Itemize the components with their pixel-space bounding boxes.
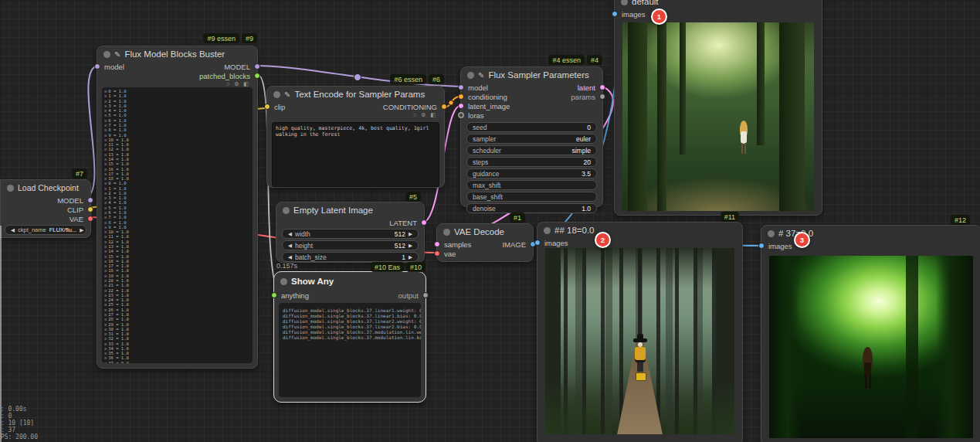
node-preview-default[interactable]: default images (614, 0, 822, 216)
port-clip-in[interactable] (264, 104, 270, 110)
next-arrow-icon[interactable]: ▶ (409, 243, 412, 249)
node-action-icons[interactable]: ○ ⚙ ◧ (267, 111, 444, 119)
show-any-output-text[interactable]: diffusion_model.single_blocks.37.linear1… (279, 303, 421, 397)
widget-field[interactable]: schedulersimple (466, 145, 597, 155)
ferns (545, 384, 613, 434)
pencil-icon: ✎ (478, 71, 484, 80)
badge-pill: #4 (587, 55, 602, 65)
prev-arrow-icon[interactable]: ◀ (11, 227, 15, 233)
port-latent-out[interactable] (421, 219, 427, 226)
port-latent-out[interactable] (599, 84, 605, 90)
prev-arrow-icon[interactable]: ◀ (288, 231, 292, 237)
port-output-out[interactable] (422, 292, 429, 298)
prev-arrow-icon[interactable]: ◀ (288, 243, 292, 249)
drag-handle-icon[interactable]: ≡ (104, 361, 107, 363)
preview-image-1[interactable] (622, 22, 814, 211)
collapse-dot-icon[interactable] (467, 72, 474, 79)
collapse-dot-icon[interactable] (283, 207, 290, 214)
block-row[interactable]: ≡37 = 0.0 (104, 361, 250, 363)
stepper-widget[interactable]: ◀ width 512 ▶ (282, 229, 419, 239)
node-preview-18[interactable]: #11 ## 18=0.0 images (537, 222, 743, 442)
node-empty-latent-image[interactable]: #5 Empty Latent Image LATENT ◀ width 512… (276, 202, 425, 263)
node-title[interactable]: ✎ Flux Model Blocks Buster (97, 46, 257, 62)
collapse-dot-icon[interactable] (103, 51, 110, 58)
ckpt-name-combo[interactable]: ◀ ckpt_name FLUX/flu... ▶ (5, 225, 86, 235)
tree-trunk (936, 256, 973, 438)
tree-trunk (779, 22, 804, 211)
collapse-dot-icon[interactable] (7, 185, 14, 192)
port-samples-in[interactable] (434, 241, 440, 247)
stepper-widget[interactable]: ◀ height 512 ▶ (282, 240, 419, 250)
tree-trunk (757, 22, 765, 145)
preview-image-3[interactable] (769, 256, 973, 438)
node-title[interactable]: ## 18=0.0 (537, 223, 742, 238)
node-id-badge: #6 essen#6 (390, 74, 444, 84)
badge-pill: #6 essen (390, 74, 426, 84)
port-patched-blocks-out[interactable] (254, 73, 260, 79)
node-load-checkpoint[interactable]: #7 Load Checkpoint MODEL CLIP VAE ◀ ckpt… (0, 179, 91, 238)
node-title[interactable]: VAE Decode (437, 224, 533, 240)
badge-pill: #10 (406, 262, 426, 272)
node-title[interactable]: ✎ Text Encode for Sampler Params (267, 87, 444, 102)
port-vae-in[interactable] (434, 250, 440, 257)
port-model-out[interactable] (254, 63, 260, 70)
widget-field[interactable]: samplereuler (466, 134, 597, 144)
tree-trunk (657, 22, 666, 211)
latent-widgets: ◀ width 512 ▶ ◀ height 512 ▶ ◀ batch_siz… (276, 229, 424, 262)
badge-pill: #10 Eas (371, 262, 404, 272)
prompt-textarea[interactable]: high quality, masterpiece, 4k, best qual… (272, 122, 439, 187)
widget-field[interactable]: base_shift (466, 192, 597, 202)
port-params-out[interactable] (599, 94, 605, 100)
collapse-dot-icon[interactable] (621, 0, 628, 5)
yellow-figure (630, 334, 650, 382)
collapse-dot-icon[interactable] (280, 278, 287, 285)
port-loras-in[interactable] (458, 112, 464, 118)
port-images-in[interactable] (758, 243, 765, 249)
node-title[interactable]: ✎ Flux Sampler Parameters (461, 67, 602, 83)
collapse-dot-icon[interactable] (768, 230, 775, 237)
widget-field[interactable]: denoise1.0 (466, 203, 597, 213)
node-title[interactable]: Show Any (274, 272, 426, 291)
stepper-widget[interactable]: ◀ batch_size 1 ▶ (282, 252, 419, 262)
port-latent-image-in[interactable] (458, 103, 464, 109)
prev-arrow-icon[interactable]: ◀ (288, 254, 292, 260)
node-title[interactable]: Load Checkpoint (1, 180, 90, 196)
reroute-dot-conditioning[interactable] (449, 100, 453, 105)
collapse-dot-icon[interactable] (544, 227, 551, 234)
port-images-in[interactable] (612, 11, 618, 17)
widget-field[interactable]: guidance3.5 (466, 168, 597, 178)
node-title[interactable]: Empty Latent Image (276, 202, 424, 218)
next-arrow-icon[interactable]: ▶ (80, 227, 83, 233)
widget-field[interactable]: steps20 (466, 157, 597, 167)
next-arrow-icon[interactable]: ▶ (409, 231, 412, 237)
node-flux-sampler-parameters[interactable]: #4 essen#4 ✎ Flux Sampler Parameters mod… (460, 66, 603, 207)
node-show-any[interactable]: #10 Eas#10 Show Any anything output diff… (273, 271, 426, 403)
node-preview-37[interactable]: #12 # 37=0.0 images (761, 225, 980, 442)
collapse-dot-icon[interactable] (273, 91, 280, 98)
badge-pill: #9 essen (203, 33, 239, 43)
collapse-dot-icon[interactable] (443, 229, 450, 236)
pencil-icon: ✎ (284, 90, 290, 99)
blocks-list[interactable]: ≡0 = 1.0≡1 = 1.0≡2 = 1.0≡3 = 1.0≡4 = 1.0… (102, 87, 253, 363)
widget-field[interactable]: max_shift (466, 180, 597, 190)
port-vae-out[interactable] (87, 216, 93, 222)
widget-field[interactable]: seed0 (466, 122, 597, 132)
port-conditioning-out[interactable] (441, 104, 447, 110)
next-arrow-icon[interactable]: ▶ (409, 254, 412, 260)
node-vae-decode[interactable]: #1 VAE Decode samples IMAGE vae (436, 223, 534, 262)
port-model-in[interactable] (94, 63, 100, 70)
node-text-encode[interactable]: #6 essen#6 ✎ Text Encode for Sampler Par… (266, 86, 445, 188)
node-title[interactable]: default (615, 0, 822, 9)
node-flux-model-blocks-buster[interactable]: #9 essen#9 ✎ Flux Model Blocks Buster mo… (97, 46, 258, 369)
port-anything-in[interactable] (271, 292, 277, 298)
port-model-in[interactable] (458, 84, 464, 90)
port-model-out[interactable] (87, 197, 93, 203)
port-clip-out[interactable] (87, 206, 93, 212)
preview-image-2[interactable] (545, 248, 734, 434)
order-badge-3: 3 (794, 232, 810, 248)
tree-trunk (769, 256, 800, 438)
reroute-dot-model[interactable] (354, 74, 361, 81)
port-conditioning-in[interactable] (458, 94, 464, 100)
order-badge-1: 1 (651, 8, 667, 25)
port-images-in[interactable] (534, 240, 541, 246)
